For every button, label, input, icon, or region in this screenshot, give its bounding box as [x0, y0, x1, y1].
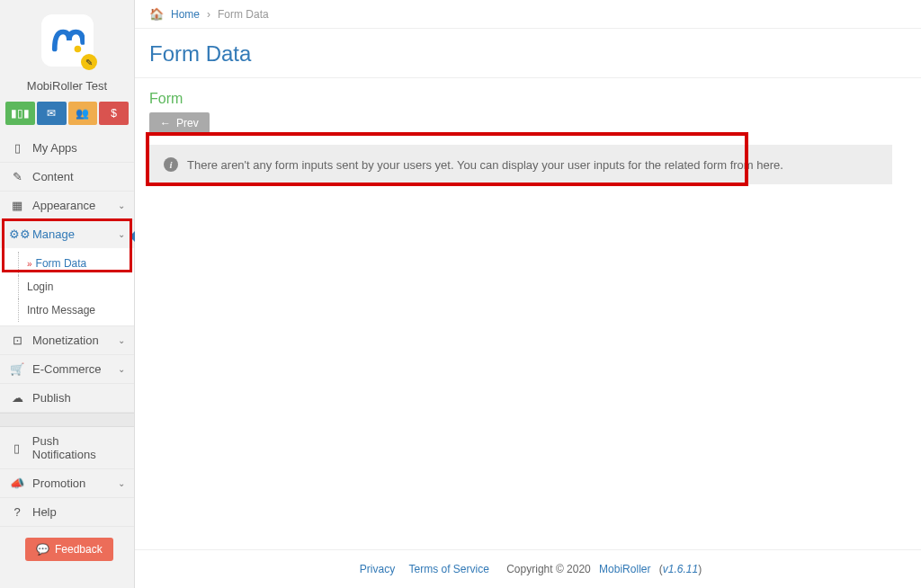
- prev-button[interactable]: ← Prev: [149, 112, 210, 134]
- nav-label: Appearance: [32, 199, 95, 212]
- nav-divider: [0, 413, 134, 427]
- svg-point-0: [74, 46, 81, 53]
- users-button[interactable]: 👥: [68, 102, 98, 125]
- dollar-icon: $: [111, 107, 117, 120]
- chevron-down-icon: ⌄: [118, 200, 125, 210]
- arrow-right-icon: »: [27, 259, 32, 269]
- nav-label: Push Notifications: [32, 434, 125, 461]
- chevron-down-icon: ⌄: [118, 229, 125, 239]
- bar-chart-icon: ▮▯▮: [11, 107, 30, 120]
- crumb-home[interactable]: Home: [171, 8, 200, 21]
- nav-publish[interactable]: ☁Publish: [0, 384, 134, 412]
- footer: Privacy Terms of Service Copyright © 202…: [135, 549, 921, 588]
- nav-label: Intro Message: [27, 304, 95, 316]
- home-icon: 🏠: [149, 7, 164, 21]
- nav-secondary: ▯Push Notifications 📣Promotion⌄ ?Help: [0, 427, 134, 527]
- prev-label: Prev: [176, 117, 199, 129]
- nav-label: E-Commerce: [32, 362, 102, 376]
- users-icon: 👥: [76, 107, 89, 120]
- footer-privacy[interactable]: Privacy: [360, 563, 395, 575]
- nav-manage-sub: »Form Data Login Intro Message: [0, 248, 134, 325]
- cloud-icon: ☁: [9, 391, 25, 405]
- chat-icon: 💬: [36, 543, 49, 556]
- nav-label: Manage: [32, 227, 75, 241]
- info-message: There aren't any form inputs sent by you…: [187, 158, 783, 172]
- quick-action-row: ▮▯▮ ✉ 👥 $: [0, 102, 134, 134]
- nav-myapps[interactable]: ▯My Apps: [0, 134, 134, 162]
- footer-version: v1.6.11: [663, 563, 698, 575]
- page-title: Form Data: [135, 29, 921, 78]
- megaphone-icon: 📣: [9, 477, 25, 490]
- nav-login[interactable]: Login: [0, 275, 134, 298]
- grid-icon: ▦: [9, 199, 25, 212]
- nav-label: Publish: [32, 391, 71, 405]
- cart-icon: 🛒: [9, 362, 25, 376]
- edit-logo-icon[interactable]: ✎: [81, 54, 97, 70]
- nav-label: My Apps: [32, 141, 77, 155]
- chevron-down-icon: ⌄: [118, 335, 125, 345]
- nav-manage[interactable]: ⚙⚙Manage⌄: [0, 220, 134, 248]
- stats-button[interactable]: ▮▯▮: [5, 102, 35, 125]
- nav-ecommerce[interactable]: 🛒E-Commerce⌄: [0, 355, 134, 383]
- nav-intro[interactable]: Intro Message: [0, 298, 134, 322]
- main: 🏠 Home › Form Data Form Data Form ← Prev…: [135, 0, 921, 588]
- nav-label: Promotion: [32, 477, 85, 490]
- crumb-current: Form Data: [218, 8, 269, 21]
- phone-icon: ▯: [9, 141, 25, 155]
- nav-appearance[interactable]: ▦Appearance⌄: [0, 192, 134, 219]
- crumb-sep: ›: [207, 8, 210, 21]
- nav-formdata[interactable]: »Form Data: [0, 252, 134, 275]
- nav: ▯My Apps ✎Content ▦Appearance⌄ ⚙⚙Manage⌄…: [0, 134, 134, 413]
- phone-icon: ▯: [9, 441, 25, 455]
- logo-wrap: ✎: [0, 0, 134, 74]
- nav-label: Content: [32, 170, 74, 183]
- feedback-label: Feedback: [55, 543, 103, 556]
- question-icon: ?: [9, 505, 25, 519]
- chevron-down-icon: ⌄: [118, 364, 125, 374]
- mail-icon: ✉: [47, 107, 56, 120]
- mobiroller-logo-icon: [50, 23, 85, 58]
- sidebar: ✎ MobiRoller Test ▮▯▮ ✉ 👥 $ ▯My Apps ✎Co…: [0, 0, 135, 588]
- nav-label: Help: [32, 505, 57, 519]
- dollar-button[interactable]: $: [99, 102, 129, 125]
- footer-copy: Copyright © 2020: [506, 563, 594, 575]
- nav-content[interactable]: ✎Content: [0, 163, 134, 191]
- breadcrumb: 🏠 Home › Form Data: [135, 0, 921, 29]
- section-title: Form: [135, 78, 921, 112]
- info-icon: i: [164, 157, 178, 172]
- nav-help[interactable]: ?Help: [0, 498, 134, 526]
- gears-icon: ⚙⚙: [9, 227, 25, 241]
- info-box-wrap: i There aren't any form inputs sent by y…: [149, 145, 907, 184]
- edit-icon: ✎: [9, 170, 25, 183]
- app-name: MobiRoller Test: [0, 74, 134, 102]
- nav-label: Form Data: [36, 257, 87, 270]
- info-box: i There aren't any form inputs sent by y…: [149, 145, 892, 184]
- nav-monetization[interactable]: ⊡Monetization⌄: [0, 326, 134, 354]
- footer-ver-close: ): [698, 563, 702, 575]
- feedback-button[interactable]: 💬 Feedback: [25, 538, 113, 561]
- chevron-down-icon: ⌄: [118, 478, 125, 488]
- arrow-left-icon: ←: [160, 117, 171, 129]
- footer-tos[interactable]: Terms of Service: [409, 563, 489, 575]
- money-icon: ⊡: [9, 334, 25, 347]
- mail-button[interactable]: ✉: [37, 102, 67, 125]
- nav-label: Login: [27, 281, 53, 293]
- nav-promotion[interactable]: 📣Promotion⌄: [0, 469, 134, 497]
- nav-push[interactable]: ▯Push Notifications: [0, 427, 134, 468]
- footer-brand[interactable]: MobiRoller: [599, 563, 650, 575]
- nav-label: Monetization: [32, 334, 99, 347]
- app-logo[interactable]: ✎: [41, 14, 94, 67]
